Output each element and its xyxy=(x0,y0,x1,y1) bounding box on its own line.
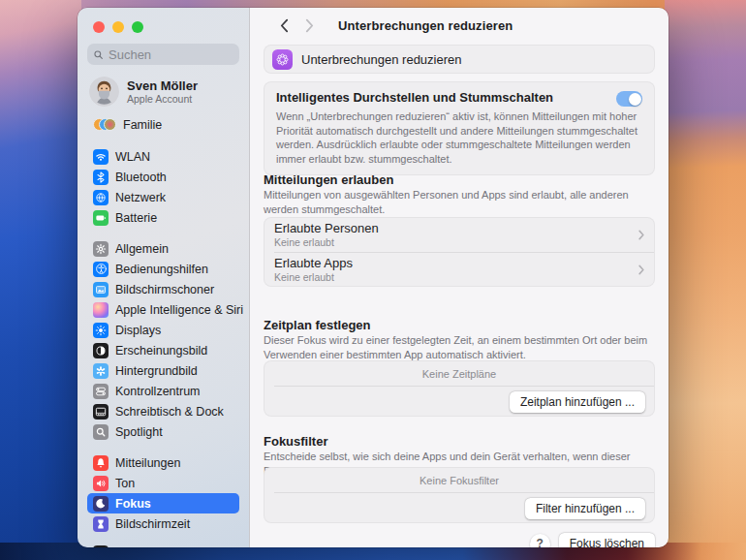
globe-icon xyxy=(93,190,109,205)
account-subtitle: Apple Account xyxy=(127,93,198,105)
wallpaper-left xyxy=(0,0,81,560)
add-schedule-button[interactable]: Zeitplan hinzufügen ... xyxy=(510,391,645,413)
reduce-interruptions-flower-icon xyxy=(272,49,293,70)
sidebar-item-bildschirmzeit[interactable]: Bildschirmzeit xyxy=(87,513,239,534)
allowed-people-row[interactable]: Erlaubte Personen Keine erlaubt xyxy=(264,218,654,252)
hourglass-icon xyxy=(93,516,109,532)
siri-gradient-icon xyxy=(93,302,109,318)
sidebar-item-hintergrundbild[interactable]: Hintergrundbild xyxy=(87,360,239,381)
moon-icon xyxy=(93,496,109,512)
sidebar-item-mitteilungen[interactable]: Mitteilungen xyxy=(87,452,239,473)
sidebar-item-ton[interactable]: Ton xyxy=(87,473,239,493)
allow-section-description: Mitteilungen von ausgewählten Personen u… xyxy=(264,188,655,216)
sidebar-item-displays[interactable]: Displays xyxy=(87,320,239,340)
zoom-button[interactable] xyxy=(132,21,143,33)
family-avatars-icon xyxy=(93,117,116,133)
filter-section-heading: Fokusfilter xyxy=(264,434,327,449)
accessibility-icon xyxy=(93,262,109,277)
allowed-apps-row[interactable]: Erlaubte Apps Keine erlaubt xyxy=(264,253,654,287)
gear-icon xyxy=(93,241,109,257)
smart-breakthrough-toggle[interactable] xyxy=(616,91,642,107)
sidebar-item-wlan[interactable]: WLAN xyxy=(87,146,239,167)
close-button[interactable] xyxy=(93,21,105,33)
allowed-people-title: Erlaubte Personen xyxy=(274,222,379,235)
filter-empty-text: Keine Fokusfilter xyxy=(264,468,654,492)
system-settings-window: Sven Möller Apple Account Familie WLAN B… xyxy=(78,8,668,547)
sidebar-item-allgemein[interactable]: Allgemein xyxy=(87,238,239,259)
main-panel: Unterbrechungen reduzieren Unterbrechung… xyxy=(250,8,668,547)
search-field[interactable] xyxy=(87,44,239,65)
sidebar-group-notifications: Mitteilungen Ton Fokus Bildschirmzeit xyxy=(87,452,239,534)
allowed-apps-value: Keine erlaubt xyxy=(274,271,353,283)
allow-section-heading: Mitteilungen erlauben xyxy=(264,172,393,187)
smart-breakthrough-description: Wenn „Unterbrechungen reduzieren“ aktiv … xyxy=(276,109,642,166)
wallpaper-right xyxy=(665,0,746,560)
smart-breakthrough-title: Intelligentes Durchstellen und Stummscha… xyxy=(276,90,553,105)
sidebar: Sven Möller Apple Account Familie WLAN B… xyxy=(78,8,250,547)
sidebar-item-apple-intelligence-siri[interactable]: Apple Intelligence & Siri xyxy=(87,299,239,320)
filter-card: Keine Fokusfilter Filter hinzufügen ... xyxy=(264,467,655,523)
focus-name-label: Unterbrechungen reduzieren xyxy=(301,52,462,67)
search-input[interactable] xyxy=(109,47,215,62)
appearance-contrast-icon xyxy=(93,343,109,358)
search-icon xyxy=(93,49,104,60)
sidebar-item-bluetooth[interactable]: Bluetooth xyxy=(87,167,239,187)
chevron-right-icon xyxy=(305,18,314,33)
sidebar-group-network: WLAN Bluetooth Netzwerk Batterie xyxy=(87,146,239,228)
add-filter-button[interactable]: Filter hinzufügen ... xyxy=(525,498,645,519)
window-controls xyxy=(87,8,239,33)
back-button[interactable] xyxy=(274,16,294,37)
allowed-people-value: Keine erlaubt xyxy=(274,236,379,248)
avatar xyxy=(89,77,119,107)
sun-icon xyxy=(93,323,109,338)
sidebar-item-kontrollzentrum[interactable]: Kontrollzentrum xyxy=(87,381,239,401)
sidebar-item-familie[interactable]: Familie xyxy=(87,114,239,136)
sidebar-item-schreibtisch-dock[interactable]: Schreibtisch & Dock xyxy=(87,401,239,421)
sidebar-item-fokus[interactable]: Fokus xyxy=(87,493,239,513)
lock-icon xyxy=(93,545,109,548)
sidebar-group-lock: Sperrbildschirm xyxy=(87,543,239,547)
help-button[interactable]: ? xyxy=(530,534,550,548)
sidebar-item-sperrbildschirm[interactable]: Sperrbildschirm xyxy=(87,543,239,547)
sidebar-group-general: Allgemein Bedienungshilfen Bildschirmsch… xyxy=(87,238,239,442)
desktop-dock-icon xyxy=(93,404,109,420)
schedule-empty-text: Keine Zeitpläne xyxy=(264,361,654,386)
sidebar-item-erscheinungsbild[interactable]: Erscheinungsbild xyxy=(87,340,239,360)
smart-breakthrough-card: Intelligentes Durchstellen und Stummscha… xyxy=(264,81,655,175)
battery-icon xyxy=(93,210,109,226)
footer: ? Fokus löschen xyxy=(264,533,655,547)
chevron-left-icon xyxy=(280,18,289,33)
bell-icon xyxy=(93,455,109,471)
bluetooth-icon xyxy=(93,170,109,185)
wallpaper-flower-icon xyxy=(93,363,109,379)
schedule-card: Keine Zeitpläne Zeitplan hinzufügen ... xyxy=(264,360,655,417)
focus-name-card: Unterbrechungen reduzieren xyxy=(264,45,655,74)
schedule-section-description: Dieser Fokus wird zu einer festgelegten … xyxy=(264,333,655,361)
magnifier-icon xyxy=(93,424,109,440)
forward-button[interactable] xyxy=(299,16,319,37)
sidebar-item-spotlight[interactable]: Spotlight xyxy=(87,421,239,442)
schedule-section-heading: Zeitplan festlegen xyxy=(264,318,371,332)
speaker-icon xyxy=(93,476,109,491)
delete-focus-button[interactable]: Fokus löschen xyxy=(559,533,655,547)
sidebar-item-netzwerk[interactable]: Netzwerk xyxy=(87,187,239,207)
account-row[interactable]: Sven Möller Apple Account xyxy=(87,74,239,109)
chevron-right-icon xyxy=(638,227,644,244)
sidebar-item-bedienungshilfen[interactable]: Bedienungshilfen xyxy=(87,259,239,279)
control-center-icon xyxy=(93,384,109,399)
sidebar-item-bildschirmschoner[interactable]: Bildschirmschoner xyxy=(87,279,239,299)
page-title: Unterbrechungen reduzieren xyxy=(338,18,513,33)
sidebar-item-batterie[interactable]: Batterie xyxy=(87,207,239,228)
main-header: Unterbrechungen reduzieren xyxy=(250,8,668,44)
allow-list-card: Erlaubte Personen Keine erlaubt Erlaubte… xyxy=(264,217,655,287)
chevron-right-icon xyxy=(638,262,644,279)
allowed-apps-title: Erlaubte Apps xyxy=(274,257,353,270)
wifi-icon xyxy=(93,149,109,165)
minimize-button[interactable] xyxy=(112,21,124,33)
screensaver-icon xyxy=(93,282,109,297)
account-name: Sven Möller xyxy=(127,78,198,93)
